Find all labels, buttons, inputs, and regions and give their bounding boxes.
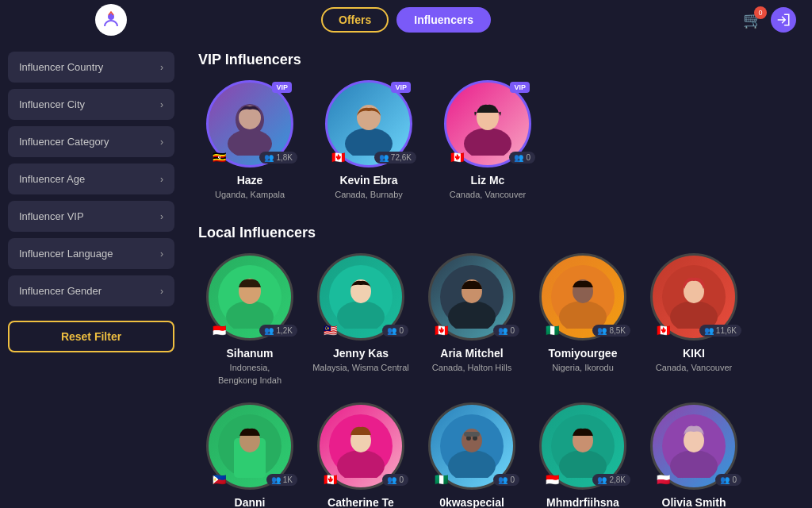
filter-gender[interactable]: Influencer Gender › xyxy=(8,275,174,306)
avatar-wrapper-kiki: 🇨🇦 👥11,6K xyxy=(650,253,737,341)
avatar-wrapper-jenny: 🇲🇾 👥0 xyxy=(317,253,404,341)
influencer-location-aria: Canada, Halton Hills xyxy=(432,362,511,374)
vip-badge-haze: VIP xyxy=(272,82,292,93)
local-influencers-grid-2: 🇵🇭 👥1K Danni Philippines, Davao del Sur xyxy=(198,402,796,508)
followers-badge-sihanum: 👥1,2K xyxy=(259,325,297,337)
flag-catherine: 🇨🇦 xyxy=(321,473,339,486)
filter-age-label: Influencer Age xyxy=(19,173,85,185)
vip-section-title: VIP Influencers xyxy=(198,52,796,68)
followers-badge-okwaspecial: 👥0 xyxy=(493,474,519,486)
filter-category[interactable]: Influencer Category › xyxy=(8,126,174,157)
avatar-wrapper-haze: VIP 🇺🇬 👥1,8K xyxy=(206,80,293,167)
influencer-location-jenny: Malaysia, Wisma Central xyxy=(312,362,409,374)
influencer-location-tomiyourgee: Nigeria, Ikorodu xyxy=(552,362,614,374)
flag-haze: 🇺🇬 xyxy=(210,151,228,164)
chevron-icon: › xyxy=(160,211,163,222)
followers-badge-kiki: 👥11,6K xyxy=(699,325,741,337)
sidebar: Influencer Country › Influencer City › I… xyxy=(0,40,182,508)
login-icon[interactable] xyxy=(771,7,796,33)
influencer-card-aria-mitchel[interactable]: 🇨🇦 👥0 Aria Mitchel Canada, Halton Hills xyxy=(420,253,523,387)
influencer-name-catherine: Catherine Te xyxy=(327,496,394,508)
avatar-wrapper-olivia: 🇵🇱 👥0 xyxy=(650,402,737,490)
influencer-name-tomiyourgee: Tomiyourgee xyxy=(549,347,618,360)
avatar-wrapper-danni: 🇵🇭 👥1K xyxy=(206,402,293,490)
influencer-name-olivia: Olivia Smith xyxy=(662,496,726,508)
flag-danni: 🇵🇭 xyxy=(210,473,228,486)
filter-category-label: Influencer Category xyxy=(19,136,109,148)
svg-rect-34 xyxy=(464,432,480,437)
header: Offers Influencers 🛒 0 xyxy=(0,0,812,40)
vip-badge-liz: VIP xyxy=(510,82,530,93)
header-icons: 🛒 0 xyxy=(743,7,796,33)
influencer-card-sihanum[interactable]: 🇮🇩 👥1,2K Sihanum Indonesia,Bengkong Inda… xyxy=(198,253,301,387)
filter-gender-label: Influencer Gender xyxy=(19,285,102,297)
avatar-wrapper-sihanum: 🇮🇩 👥1,2K xyxy=(206,253,293,341)
filter-age[interactable]: Influencer Age › xyxy=(8,164,174,194)
influencer-card-mhmdrfiihsna[interactable]: 🇮🇩 👥2,8K Mhmdrfiihsna Indonesia, West Ja… xyxy=(531,402,634,508)
filter-country[interactable]: Influencer Country › xyxy=(8,52,174,83)
followers-badge-mhmdrfiihsna: 👥2,8K xyxy=(592,474,630,486)
followers-badge-haze: 👥1,8K xyxy=(259,152,297,164)
filter-country-label: Influencer Country xyxy=(19,61,103,73)
flag-liz: 🇨🇦 xyxy=(448,151,465,164)
svg-point-6 xyxy=(464,128,511,156)
influencer-name-liz: Liz Mc xyxy=(471,174,505,187)
local-section-title: Local Influencers xyxy=(198,225,796,241)
influencer-name-sihanum: Sihanum xyxy=(226,347,273,360)
influencer-card-jenny-kas[interactable]: 🇲🇾 👥0 Jenny Kas Malaysia, Wisma Central xyxy=(309,253,412,387)
influencer-location-liz: Canada, Vancouver xyxy=(450,189,526,201)
flag-tomiyourgee: 🇳🇬 xyxy=(543,324,561,337)
influencer-location-kiki: Canada, Vancouver xyxy=(656,362,732,374)
main-layout: Influencer Country › Influencer City › I… xyxy=(0,40,812,508)
influencer-card-tomiyourgee[interactable]: 🇳🇬 👥8,5K Tomiyourgee Nigeria, Ikorodu xyxy=(531,253,634,387)
avatar-wrapper-okwaspecial: 🇳🇬 👥0 xyxy=(428,402,515,490)
followers-badge-catherine: 👥0 xyxy=(382,474,408,486)
filter-vip-label: Influencer VIP xyxy=(19,210,84,222)
avatar-wrapper-tomiyourgee: 🇳🇬 👥8,5K xyxy=(539,253,626,341)
local-influencers-grid: 🇮🇩 👥1,2K Sihanum Indonesia,Bengkong Inda… xyxy=(198,253,796,387)
avatar-wrapper-mhmdrfiihsna: 🇮🇩 👥2,8K xyxy=(539,402,626,490)
content: VIP Influencers VIP 🇺🇬 xyxy=(182,40,812,508)
influencer-location-haze: Uganda, Kampala xyxy=(215,189,285,201)
logo[interactable] xyxy=(95,4,127,36)
avatar-wrapper-liz: VIP 🇨🇦 👥0 xyxy=(444,80,531,167)
cart-icon[interactable]: 🛒 0 xyxy=(743,10,763,29)
influencer-card-okwaspecial[interactable]: 🇳🇬 👥0 0kwaspecial Nigeria, 220101 xyxy=(420,402,523,508)
followers-badge-tomiyourgee: 👥8,5K xyxy=(592,325,630,337)
flag-kevin: 🇨🇦 xyxy=(329,151,347,164)
chevron-icon: › xyxy=(160,174,163,185)
avatar-wrapper-kevin: VIP 🇨🇦 👥72,6K xyxy=(325,80,412,167)
influencer-card-haze[interactable]: VIP 🇺🇬 👥1,8K Haze Uganda, Kampala xyxy=(198,80,301,201)
vip-influencers-row: VIP 🇺🇬 👥1,8K Haze Uganda, Kampala xyxy=(198,80,796,201)
influencer-card-danni[interactable]: 🇵🇭 👥1K Danni Philippines, Davao del Sur xyxy=(198,402,301,508)
influencer-card-kevin-ebra[interactable]: VIP 🇨🇦 👥72,6K Kevin Ebra Canada, Burnaby xyxy=(317,80,420,201)
filter-language[interactable]: Influencer Language › xyxy=(8,238,174,269)
chevron-icon: › xyxy=(160,62,163,73)
nav: Offers Influencers xyxy=(321,7,491,33)
flag-aria: 🇨🇦 xyxy=(432,324,450,337)
influencer-name-danni: Danni xyxy=(235,496,266,508)
chevron-icon: › xyxy=(160,286,163,297)
chevron-icon: › xyxy=(160,99,163,110)
followers-badge-aria: 👥0 xyxy=(493,325,519,337)
offers-nav-button[interactable]: Offers xyxy=(321,7,389,33)
influencer-card-liz-mc[interactable]: VIP 🇨🇦 👥0 Liz Mc Canada, Vancouver xyxy=(436,80,539,201)
followers-badge-danni: 👥1K xyxy=(266,474,297,486)
chevron-icon: › xyxy=(160,248,163,260)
filter-language-label: Influencer Language xyxy=(19,248,113,260)
influencer-card-catherine-te[interactable]: 🇨🇦 👥0 Catherine Te Canada, Keremeos xyxy=(309,402,412,508)
filter-vip[interactable]: Influencer VIP › xyxy=(8,201,174,232)
influencers-nav-button[interactable]: Influencers xyxy=(396,7,491,33)
reset-filter-button[interactable]: Reset Filter xyxy=(8,321,174,352)
flag-olivia: 🇵🇱 xyxy=(654,473,672,486)
influencer-card-olivia-smith[interactable]: 🇵🇱 👥0 Olivia Smith Poland, 01-208 Warsza… xyxy=(642,402,745,508)
influencer-card-kiki[interactable]: 🇨🇦 👥11,6K KIKI Canada, Vancouver xyxy=(642,253,745,387)
flag-mhmdrfiihsna: 🇮🇩 xyxy=(543,473,561,486)
filter-city-label: Influencer City xyxy=(19,98,85,110)
influencer-name-mhmdrfiihsna: Mhmdrfiihsna xyxy=(546,496,619,508)
influencer-name-kevin: Kevin Ebra xyxy=(339,174,397,187)
filter-city[interactable]: Influencer City › xyxy=(8,89,174,120)
followers-badge-liz: 👥0 xyxy=(509,152,535,164)
influencer-name-aria: Aria Mitchel xyxy=(440,347,503,360)
flag-jenny: 🇲🇾 xyxy=(321,324,339,337)
